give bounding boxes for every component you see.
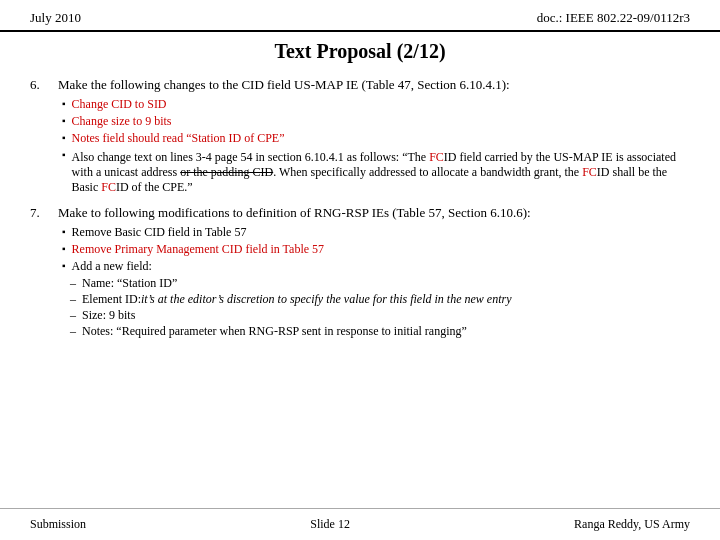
bullet-6-2-text: Change size to 9 bits <box>72 114 172 129</box>
bullet-7-3: Add a new field: <box>62 259 690 274</box>
bullet-7-3-text: Add a new field: <box>72 259 152 274</box>
section-6-body: Make the following changes to the CID fi… <box>58 77 690 197</box>
section-7-bullets: Remove Basic CID field in Table 57 Remov… <box>58 225 690 274</box>
bullet-6-4-text: Also change text on lines 3-4 page 54 in… <box>72 150 690 195</box>
bullet-7-2: Remove Primary Management CID field in T… <box>62 242 690 257</box>
sub-bullet-7-4-text: Notes: “Required parameter when RNG-RSP … <box>82 324 467 339</box>
bullet-6-4: Also change text on lines 3-4 page 54 in… <box>62 148 690 195</box>
bullet-7-1-text: Remove Basic CID field in Table 57 <box>72 225 247 240</box>
section-6-num: 6. <box>30 77 58 197</box>
bullet-7-1: Remove Basic CID field in Table 57 <box>62 225 690 240</box>
section-7-num: 7. <box>30 205 58 340</box>
sub-bullet-7-2-prefix: Element ID: <box>82 292 141 307</box>
section-6-heading: Make the following changes to the CID fi… <box>58 77 690 93</box>
bullet-7-2-text: Remove Primary Management CID field in T… <box>72 242 325 257</box>
bullet-6-1-text: Change CID to SID <box>72 97 167 112</box>
section-6: 6. Make the following changes to the CID… <box>30 77 690 197</box>
header-doc: doc.: IEEE 802.22-09/0112r3 <box>537 10 690 26</box>
sub-bullet-7-1-text: Name: “Station ID” <box>82 276 177 291</box>
header-date: July 2010 <box>30 10 81 26</box>
section-7-heading: Make to following modifications to defin… <box>58 205 690 221</box>
bullet-6-2: Change size to 9 bits <box>62 114 690 129</box>
strikethrough-text: or the padding CID <box>180 165 273 179</box>
sub-bullet-7-1: Name: “Station ID” <box>70 276 690 291</box>
header: July 2010 doc.: IEEE 802.22-09/0112r3 <box>0 0 720 32</box>
sub-bullet-7-2: Element ID: it’s at the editor’s discret… <box>70 292 690 307</box>
footer-right: Ranga Reddy, US Army <box>574 517 690 532</box>
fc2-red: FC <box>582 165 597 179</box>
sub-bullet-7-4: Notes: “Required parameter when RNG-RSP … <box>70 324 690 339</box>
footer: Submission Slide 12 Ranga Reddy, US Army <box>0 508 720 540</box>
content: 6. Make the following changes to the CID… <box>0 71 720 508</box>
section-7-sub-bullets: Name: “Station ID” Element ID: it’s at t… <box>58 276 690 339</box>
section-6-bullets: Change CID to SID Change size to 9 bits … <box>58 97 690 195</box>
fc3-red: FC <box>101 180 116 194</box>
section-7: 7. Make to following modifications to de… <box>30 205 690 340</box>
page: July 2010 doc.: IEEE 802.22-09/0112r3 Te… <box>0 0 720 540</box>
footer-left: Submission <box>30 517 86 532</box>
section-7-body: Make to following modifications to defin… <box>58 205 690 340</box>
bullet-6-1: Change CID to SID <box>62 97 690 112</box>
footer-center: Slide 12 <box>310 517 350 532</box>
bullet-6-3-text: Notes field should read “Station ID of C… <box>72 131 285 146</box>
page-title: Text Proposal (2/12) <box>0 32 720 71</box>
sub-bullet-7-3-text: Size: 9 bits <box>82 308 135 323</box>
bullet-6-3: Notes field should read “Station ID of C… <box>62 131 690 146</box>
sub-bullet-7-3: Size: 9 bits <box>70 308 690 323</box>
sub-bullet-7-2-italic: it’s at the editor’s discretion to speci… <box>141 292 512 307</box>
fc1-red: FC <box>429 150 444 164</box>
